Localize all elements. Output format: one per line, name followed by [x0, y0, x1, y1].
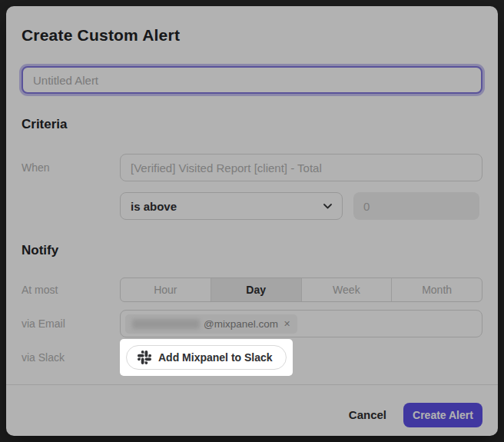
slack-button-spotlight: Add Mixpanel to Slack	[120, 339, 293, 376]
slack-icon	[138, 351, 151, 364]
slack-button-label: Add Mixpanel to Slack	[158, 351, 273, 364]
add-mixpanel-to-slack-button[interactable]: Add Mixpanel to Slack	[126, 345, 287, 370]
